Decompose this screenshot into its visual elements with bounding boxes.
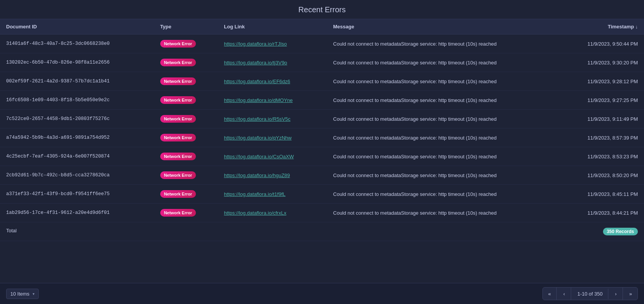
- cell-document-id: 2cb92d61-9b7c-492c-b8d5-cca3278620ca: [0, 166, 154, 185]
- cell-log-link[interactable]: https://log.dataflora.io/CsOaXW: [218, 147, 327, 166]
- cell-type: Network Error: [154, 204, 218, 222]
- cell-type: Network Error: [154, 147, 218, 166]
- table-container: Document ID Type Log Link Message Timest…: [0, 19, 644, 283]
- cell-message: Could not connect to metadataStorage ser…: [327, 147, 560, 166]
- cell-document-id: 002ef59f-2621-4a2d-9387-57b7dc1a1b41: [0, 72, 154, 91]
- col-type: Type: [154, 19, 218, 35]
- cell-document-id: a371ef33-42f1-43f9-bcd0-f9541ff6ee75: [0, 185, 154, 204]
- network-error-badge: Network Error: [160, 171, 196, 179]
- cell-log-link[interactable]: https://log.dataflora.io/rTJIso: [218, 35, 327, 53]
- cell-type: Network Error: [154, 166, 218, 185]
- records-badge: 350 Records: [603, 228, 638, 235]
- network-error-badge: Network Error: [160, 59, 196, 66]
- cell-log-link[interactable]: https://log.dataflora.io/t1f9fL: [218, 185, 327, 204]
- log-link-anchor[interactable]: https://log.dataflora.io/EF6dz6: [224, 79, 290, 84]
- footer-cell: Total350 Records: [0, 222, 644, 241]
- cell-type: Network Error: [154, 72, 218, 91]
- table-row: 1ab29d56-17ce-4f31-9612-a20e4d9d6f01Netw…: [0, 204, 644, 222]
- page-title: Recent Errors: [0, 0, 644, 19]
- cell-message: Could not connect to metadataStorage ser…: [327, 204, 560, 222]
- first-page-button[interactable]: «: [543, 288, 557, 300]
- cell-message: Could not connect to metadataStorage ser…: [327, 128, 560, 147]
- next-page-button[interactable]: ›: [609, 288, 623, 300]
- cell-timestamp: 11/9/2023, 8:50:20 PM: [561, 166, 644, 185]
- cell-document-id: 1ab29d56-17ce-4f31-9612-a20e4d9d6f01: [0, 204, 154, 222]
- errors-table: Document ID Type Log Link Message Timest…: [0, 19, 644, 241]
- cell-timestamp: 11/9/2023, 9:27:25 PM: [561, 91, 644, 110]
- cell-message: Could not connect to metadataStorage ser…: [327, 53, 560, 72]
- log-link-anchor[interactable]: https://log.dataflora.io/CsOaXW: [224, 154, 294, 159]
- cell-log-link[interactable]: https://log.dataflora.io/dMOYne: [218, 91, 327, 110]
- cell-log-link[interactable]: https://log.dataflora.io/qYzNhw: [218, 128, 327, 147]
- cell-document-id: a74a5942-5b9b-4a3d-a691-9891a754d952: [0, 128, 154, 147]
- cell-type: Network Error: [154, 53, 218, 72]
- table-row: 4c25ecbf-7eaf-4305-924a-6e007f520874Netw…: [0, 147, 644, 166]
- table-row: 2cb92d61-9b7c-492c-b8d5-cca3278620caNetw…: [0, 166, 644, 185]
- cell-message: Could not connect to metadataStorage ser…: [327, 72, 560, 91]
- cell-timestamp: 11/9/2023, 9:11:49 PM: [561, 110, 644, 128]
- log-link-anchor[interactable]: https://log.dataflora.io/dMOYne: [224, 97, 292, 103]
- table-row: a371ef33-42f1-43f9-bcd0-f9541ff6ee75Netw…: [0, 185, 644, 204]
- table-header-row: Document ID Type Log Link Message Timest…: [0, 19, 644, 35]
- log-link-anchor[interactable]: https://log.dataflora.io/R5sV5c: [224, 116, 290, 122]
- table-row: 16fc6508-1e09-4403-8f18-5b5e050e9e2cNetw…: [0, 91, 644, 110]
- network-error-badge: Network Error: [160, 190, 196, 198]
- cell-document-id: 4c25ecbf-7eaf-4305-924a-6e007f520874: [0, 147, 154, 166]
- cell-message: Could not connect to metadataStorage ser…: [327, 35, 560, 53]
- log-link-anchor[interactable]: https://log.dataflora.io/rTJIso: [224, 41, 287, 47]
- col-message: Message: [327, 19, 560, 35]
- cell-type: Network Error: [154, 185, 218, 204]
- log-link-anchor[interactable]: https://log.dataflora.io/tj3V9o: [224, 60, 287, 66]
- cell-type: Network Error: [154, 35, 218, 53]
- last-page-button[interactable]: »: [624, 288, 637, 300]
- network-error-badge: Network Error: [160, 96, 196, 104]
- cell-type: Network Error: [154, 110, 218, 128]
- cell-timestamp: 11/9/2023, 8:45:11 PM: [561, 185, 644, 204]
- cell-timestamp: 11/9/2023, 8:44:21 PM: [561, 204, 644, 222]
- col-log-link: Log Link: [218, 19, 327, 35]
- cell-document-id: 130202ec-6b50-47db-826e-98f8a11e2656: [0, 53, 154, 72]
- cell-log-link[interactable]: https://log.dataflora.io/EF6dz6: [218, 72, 327, 91]
- prev-page-button[interactable]: ‹: [557, 288, 571, 300]
- cell-message: Could not connect to metadataStorage ser…: [327, 91, 560, 110]
- cell-log-link[interactable]: https://log.dataflora.io/tj3V9o: [218, 53, 327, 72]
- log-link-anchor[interactable]: https://log.dataflora.io/hguZ89: [224, 173, 290, 178]
- cell-message: Could not connect to metadataStorage ser…: [327, 166, 560, 185]
- pagination-controls: « ‹ 1-10 of 350 › »: [542, 287, 638, 300]
- cell-timestamp: 11/9/2023, 8:53:23 PM: [561, 147, 644, 166]
- col-timestamp[interactable]: Timestamp ↓: [561, 19, 644, 35]
- cell-document-id: 7c522ce0-2657-4458-9db1-20803f75276c: [0, 110, 154, 128]
- log-link-anchor[interactable]: https://log.dataflora.io/qYzNhw: [224, 135, 291, 141]
- items-per-page-selector[interactable]: 10 Items ▾: [6, 289, 39, 299]
- total-label: Total: [6, 228, 16, 233]
- network-error-badge: Network Error: [160, 115, 196, 123]
- table-row: 31401a6f-48c3-40a7-8c25-3dc0668238e0Netw…: [0, 35, 644, 53]
- table-row: 7c522ce0-2657-4458-9db1-20803f75276cNetw…: [0, 110, 644, 128]
- table-row: 002ef59f-2621-4a2d-9387-57b7dc1a1b41Netw…: [0, 72, 644, 91]
- log-link-anchor[interactable]: https://log.dataflora.io/t1f9fL: [224, 191, 285, 197]
- network-error-badge: Network Error: [160, 153, 196, 160]
- cell-type: Network Error: [154, 91, 218, 110]
- network-error-badge: Network Error: [160, 134, 196, 141]
- cell-message: Could not connect to metadataStorage ser…: [327, 110, 560, 128]
- cell-document-id: 16fc6508-1e09-4403-8f18-5b5e050e9e2c: [0, 91, 154, 110]
- cell-timestamp: 11/9/2023, 8:57:39 PM: [561, 128, 644, 147]
- footer-row: Total350 Records: [0, 222, 644, 241]
- items-dropdown[interactable]: 10 Items ▾: [6, 289, 39, 299]
- pagination-info: 1-10 of 350: [572, 289, 608, 299]
- cell-log-link[interactable]: https://log.dataflora.io/cfrxLx: [218, 204, 327, 222]
- cell-document-id: 31401a6f-48c3-40a7-8c25-3dc0668238e0: [0, 35, 154, 53]
- network-error-badge: Network Error: [160, 209, 196, 217]
- cell-message: Could not connect to metadataStorage ser…: [327, 185, 560, 204]
- cell-log-link[interactable]: https://log.dataflora.io/R5sV5c: [218, 110, 327, 128]
- cell-timestamp: 11/9/2023, 9:28:12 PM: [561, 72, 644, 91]
- network-error-badge: Network Error: [160, 40, 196, 48]
- cell-log-link[interactable]: https://log.dataflora.io/hguZ89: [218, 166, 327, 185]
- bottom-bar: 10 Items ▾ « ‹ 1-10 of 350 › »: [0, 283, 644, 304]
- cell-type: Network Error: [154, 128, 218, 147]
- network-error-badge: Network Error: [160, 77, 196, 85]
- log-link-anchor[interactable]: https://log.dataflora.io/cfrxLx: [224, 210, 286, 216]
- table-row: 130202ec-6b50-47db-826e-98f8a11e2656Netw…: [0, 53, 644, 72]
- cell-timestamp: 11/9/2023, 9:50:44 PM: [561, 35, 644, 53]
- chevron-down-icon: ▾: [33, 292, 34, 296]
